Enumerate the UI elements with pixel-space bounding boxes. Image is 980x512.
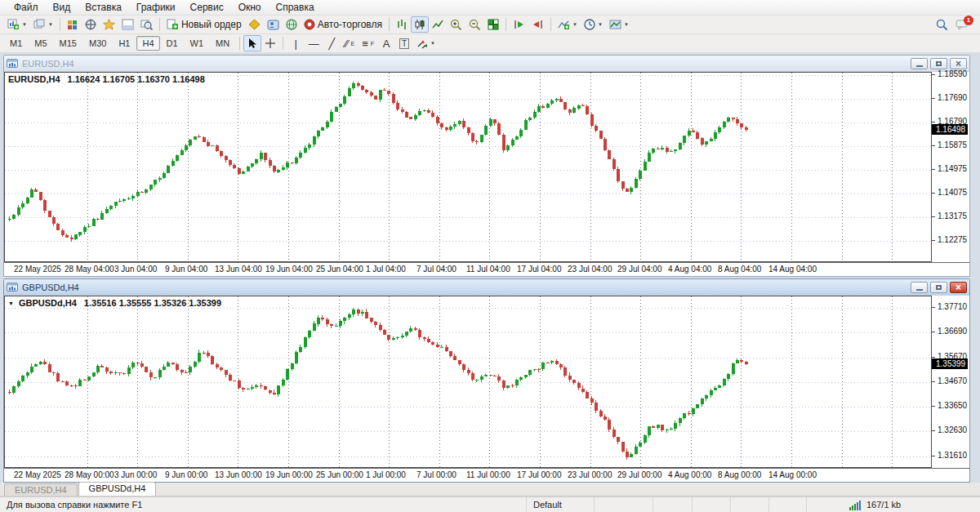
- tester-magnifier-icon: [140, 19, 153, 30]
- horizontal-line-tool[interactable]: —: [305, 35, 323, 51]
- notifications-button[interactable]: 1: [956, 20, 968, 30]
- timeframe-button-m5[interactable]: M5: [29, 36, 52, 51]
- dropdown-caret-icon: ▼: [22, 22, 27, 27]
- chart-ohlc-values: 1.16624 1.16705 1.16370 1.16498: [68, 74, 205, 84]
- periods-button[interactable]: ▼: [581, 16, 606, 33]
- candlestick-chart-gbpusd[interactable]: ▼ GBPUSDd,H4 1.35516 1.35555 1.35326 1.3…: [4, 296, 932, 468]
- fibonacci-tool[interactable]: ≡F: [359, 35, 377, 51]
- timeframe-button-m30[interactable]: M30: [83, 36, 112, 51]
- market-watch-button[interactable]: [64, 16, 82, 33]
- price-axis-tick: [932, 307, 935, 308]
- crosshair-icon: [85, 19, 96, 30]
- text-label-tool[interactable]: T: [395, 35, 413, 51]
- price-axis-label: 1.17690: [938, 93, 967, 102]
- price-axis-label: 1.36690: [938, 327, 967, 336]
- timeframe-button-m1[interactable]: M1: [4, 36, 28, 51]
- toolbar-separator: [550, 18, 551, 31]
- timeframe-button-h1[interactable]: H1: [113, 36, 136, 51]
- trendline-tool[interactable]: ╱: [323, 35, 341, 51]
- strategy-tester-button[interactable]: [137, 16, 156, 33]
- window-minimize-button[interactable]: [911, 58, 928, 69]
- window-close-button[interactable]: ×: [950, 282, 967, 293]
- time-axis-label: 1 Jul 00:00: [366, 470, 406, 479]
- zoom-in-button[interactable]: [447, 16, 466, 33]
- zoom-in-icon: [450, 19, 462, 30]
- chart-window-icon: [7, 283, 18, 292]
- price-axis-label: 1.34670: [938, 376, 967, 385]
- time-axis-label: 19 Jun 00:00: [265, 470, 313, 479]
- templates-button[interactable]: ▼: [606, 16, 632, 33]
- minimize-icon: [916, 289, 923, 291]
- chart-tab-gbpusdd-h4[interactable]: GBPUSDd,H4: [78, 482, 157, 496]
- chart-tab-eurusd-h4[interactable]: EURUSD,H4: [4, 483, 78, 496]
- vertical-line-tool[interactable]: |: [287, 35, 305, 51]
- menu-item-6[interactable]: Окно: [231, 1, 269, 14]
- window-close-button[interactable]: ×: [950, 58, 967, 69]
- timeframe-button-m15[interactable]: M15: [54, 36, 82, 51]
- price-axis-label: 1.14975: [938, 164, 967, 173]
- market-watch-icon: [67, 19, 78, 30]
- chart-window-icon: [7, 59, 18, 68]
- navigator-button[interactable]: [100, 16, 118, 33]
- menu-item-1[interactable]: Файл: [7, 1, 46, 14]
- timeframe-button-w1[interactable]: W1: [185, 36, 210, 51]
- text-tool[interactable]: A: [377, 35, 395, 51]
- cursor-tool[interactable]: [243, 35, 261, 51]
- time-axis-label: 4 Aug 04:00: [668, 265, 711, 274]
- timeframe-button-h4[interactable]: H4: [136, 36, 159, 51]
- globe-icon: [286, 19, 297, 30]
- status-profile[interactable]: Default: [527, 497, 595, 512]
- candlestick-chart-eurusd[interactable]: EURUSD,H4 1.16624 1.16705 1.16370 1.1649…: [4, 72, 932, 262]
- star-icon: [103, 19, 115, 30]
- autotrading-icon: [304, 19, 315, 30]
- menu-item-4[interactable]: Графики: [129, 1, 183, 14]
- close-icon: ×: [956, 283, 961, 292]
- chart-candles-button[interactable]: [411, 16, 429, 33]
- status-cell: [693, 497, 731, 512]
- price-axis-tick: [932, 406, 935, 407]
- arrows-tool[interactable]: ▼: [413, 35, 439, 51]
- metaeditor-button[interactable]: [245, 16, 264, 33]
- tile-windows-button[interactable]: [484, 16, 502, 33]
- text-tool-icon: A: [383, 38, 390, 49]
- text-label-tool-icon: T: [399, 38, 409, 49]
- autoscroll-button[interactable]: [510, 16, 528, 33]
- crosshair-tool[interactable]: [261, 35, 279, 51]
- connection-traffic: 167/1 kb: [866, 500, 901, 510]
- window-titlebar[interactable]: EURUSD,H4 ×: [4, 56, 969, 72]
- new-chart-button[interactable]: ▼: [4, 16, 30, 33]
- equidistant-channel-tool[interactable]: ∕∕E: [341, 35, 359, 51]
- timeframe-button-d1[interactable]: D1: [161, 36, 184, 51]
- time-axis-label: 8 Aug 04:00: [718, 265, 761, 274]
- price-axis-tick: [932, 430, 935, 431]
- window-restore-button[interactable]: [930, 282, 947, 293]
- search-icon[interactable]: [936, 19, 947, 30]
- window-titlebar[interactable]: GBPUSDd,H4 ×: [4, 279, 969, 296]
- profiles-button[interactable]: ▼: [30, 16, 56, 33]
- symbol-dropdown-icon[interactable]: ▼: [8, 301, 14, 306]
- zoom-out-button[interactable]: [466, 16, 484, 33]
- terminal-button[interactable]: [118, 16, 137, 33]
- data-window-button[interactable]: [82, 16, 100, 33]
- close-icon: ×: [956, 59, 961, 69]
- menu-item-5[interactable]: Сервис: [183, 1, 231, 14]
- menu-item-7[interactable]: Справка: [269, 1, 322, 14]
- window-restore-button[interactable]: [930, 58, 947, 69]
- new-chart-icon: [7, 19, 20, 30]
- indicators-button[interactable]: ▼: [555, 16, 581, 33]
- timeframe-button-mn[interactable]: MN: [210, 36, 235, 51]
- new-order-button[interactable]: Новый ордер: [163, 16, 245, 33]
- time-axis-label: 7 Jul 00:00: [416, 470, 457, 479]
- community-button[interactable]: [264, 16, 283, 33]
- web-button[interactable]: [283, 16, 301, 33]
- chart-bars-button[interactable]: [393, 16, 411, 33]
- menu-item-2[interactable]: Вид: [46, 1, 78, 14]
- price-axis: 1.377101.366901.356701.346701.336501.326…: [932, 296, 969, 468]
- window-minimize-button[interactable]: [911, 282, 928, 293]
- menu-item-3[interactable]: Вставка: [78, 1, 129, 14]
- chart-line-button[interactable]: [429, 16, 447, 33]
- autotrading-button[interactable]: Авто-торговля: [301, 16, 385, 33]
- time-axis: 22 May 202528 May 00:003 Jun 00:009 Jun …: [4, 468, 969, 482]
- status-cell: [595, 497, 653, 512]
- chart-shift-button[interactable]: [528, 16, 547, 33]
